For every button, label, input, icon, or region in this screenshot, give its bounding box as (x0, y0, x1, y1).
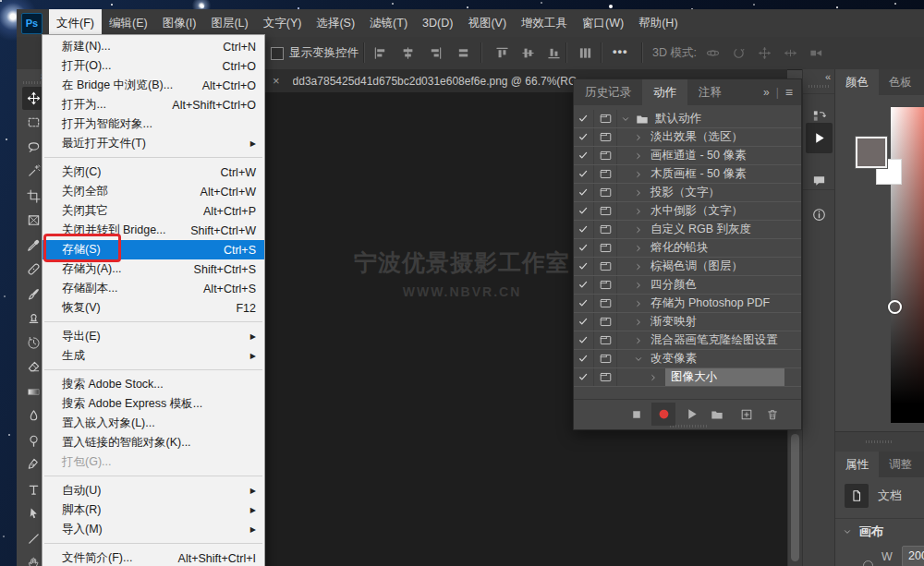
align-top-icon[interactable] (495, 46, 510, 61)
include-check-icon[interactable] (574, 165, 594, 183)
include-check-icon[interactable] (574, 350, 594, 367)
file-menu-item[interactable]: 打开(O)...Ctrl+O (43, 56, 264, 76)
action-row[interactable]: 水中倒影（文字） (574, 202, 801, 221)
new-action-button[interactable] (735, 403, 759, 426)
menubar-item[interactable]: 图层(L) (203, 9, 255, 37)
orbit-3d-icon[interactable] (706, 46, 721, 61)
include-check-icon[interactable] (574, 331, 594, 349)
roll-3d-icon[interactable] (732, 46, 747, 61)
action-row[interactable]: 存储为 Photoshop PDF (574, 295, 801, 313)
align-right-icon[interactable] (429, 46, 444, 61)
play-button[interactable] (679, 403, 703, 426)
file-menu-item[interactable]: 自动(U)▶ (43, 481, 264, 500)
dialog-toggle-icon[interactable] (594, 331, 617, 349)
file-menu-item[interactable]: 关闭(C)Ctrl+W (43, 163, 264, 182)
chevron-down-icon[interactable] (634, 355, 647, 364)
chevron-right-icon[interactable] (634, 318, 647, 327)
chevron-right-icon[interactable] (634, 225, 647, 235)
strip-grip[interactable] (808, 85, 830, 88)
dialog-toggle-icon[interactable] (594, 313, 617, 331)
file-menu-item[interactable]: 新建(N)...Ctrl+N (43, 37, 264, 56)
chevron-right-icon[interactable] (649, 373, 662, 382)
dialog-toggle-icon[interactable] (594, 276, 617, 294)
align-justify-icon[interactable] (456, 46, 471, 61)
dialog-toggle-icon[interactable] (594, 202, 617, 220)
dialog-toggle-icon[interactable] (594, 258, 617, 275)
action-row[interactable]: 混合器画笔克隆绘图设置 (574, 331, 801, 350)
panel-tab[interactable]: 色板 (879, 69, 922, 95)
dialog-toggle-icon[interactable] (594, 147, 617, 164)
action-row[interactable]: 默认动作 (574, 110, 801, 128)
record-button[interactable] (651, 403, 675, 426)
dialog-toggle-icon[interactable] (594, 184, 617, 201)
include-check-icon[interactable] (574, 128, 594, 146)
file-menu-item[interactable]: 打开为...Alt+Shift+Ctrl+O (43, 95, 264, 114)
menubar-item[interactable]: 图像(I) (155, 9, 204, 37)
stop-button[interactable] (625, 403, 649, 426)
panel-tab[interactable]: 调整 (879, 452, 922, 477)
action-row[interactable]: 棕褐色调（图层） (574, 258, 801, 276)
action-row[interactable]: 投影（文字） (574, 184, 801, 202)
include-check-icon[interactable] (574, 202, 594, 220)
action-row[interactable]: 熔化的铅块 (574, 239, 801, 258)
dock-divider[interactable] (835, 431, 924, 452)
action-row[interactable]: 画框通道 - 50 像素 (574, 147, 801, 165)
file-menu-item[interactable]: 导入(M)▶ (43, 520, 264, 539)
align-middle-v-icon[interactable] (521, 46, 536, 61)
file-menu-item[interactable]: 关闭其它Alt+Ctrl+P (43, 201, 264, 221)
pan-3d-icon[interactable] (758, 46, 772, 61)
file-menu-item[interactable]: 置入嵌入对象(L)... (43, 414, 264, 433)
action-row[interactable]: 四分颜色 (574, 276, 801, 295)
document-tab-title[interactable]: dd3a785425d41d675bc2d031e608ef6e.png @ 6… (293, 75, 578, 88)
panel-tab[interactable]: 历史记录 (574, 79, 642, 105)
menubar-item[interactable]: 文字(Y) (256, 9, 310, 37)
chevron-right-icon[interactable] (634, 336, 647, 345)
chevron-right-icon[interactable] (634, 151, 647, 161)
color-picker-ring[interactable] (888, 300, 902, 314)
dialog-toggle-icon[interactable] (594, 295, 617, 312)
file-menu-item[interactable]: 搜索 Adobe Express 模板... (43, 394, 264, 414)
menubar-item[interactable]: 视图(V) (460, 9, 514, 37)
include-check-icon[interactable] (574, 276, 594, 294)
file-menu-item[interactable]: 打开为智能对象... (43, 114, 264, 134)
color-picker-field[interactable] (891, 107, 924, 423)
chevron-right-icon[interactable] (634, 170, 647, 179)
include-check-icon[interactable] (574, 368, 594, 386)
file-menu-item[interactable]: 存储为(A)...Shift+Ctrl+S (43, 259, 264, 279)
foreground-color-swatch[interactable] (856, 137, 887, 168)
menubar-item[interactable]: 增效工具 (514, 9, 575, 37)
file-menu-item[interactable]: 打包(G)... (43, 452, 264, 472)
file-menu-item[interactable]: 置入链接的智能对象(K)... (43, 433, 264, 452)
include-check-icon[interactable] (574, 239, 594, 257)
include-check-icon[interactable] (574, 258, 594, 275)
dialog-toggle-icon[interactable] (594, 128, 617, 146)
chevron-down-icon[interactable] (843, 527, 854, 536)
file-menu-item[interactable]: 在 Bridge 中浏览(B)...Alt+Ctrl+O (43, 76, 264, 95)
panel-tab[interactable]: 属性 (835, 452, 879, 477)
chevron-right-icon[interactable] (634, 188, 647, 198)
align-left-icon[interactable] (373, 46, 388, 61)
action-row[interactable]: 淡出效果（选区） (574, 128, 801, 147)
actions-panel-icon[interactable] (806, 123, 833, 153)
menubar-item[interactable]: 选择(S) (309, 9, 362, 37)
dialog-toggle-icon[interactable] (594, 350, 617, 367)
align-bottom-icon[interactable] (547, 46, 562, 61)
chevron-right-icon[interactable] (634, 133, 647, 142)
panel-tab[interactable]: 注释 (687, 79, 733, 105)
panel-menu-icon[interactable]: ≡ (785, 85, 793, 100)
include-check-icon[interactable] (574, 221, 594, 238)
info-panel-icon[interactable] (806, 201, 833, 228)
file-menu-item[interactable]: 存储副本...Alt+Ctrl+S (43, 279, 264, 298)
file-menu-item[interactable]: 脚本(R)▶ (43, 500, 264, 520)
chevron-right-icon[interactable] (634, 299, 647, 308)
chevron-right-icon[interactable] (634, 262, 647, 271)
toolbar-grip[interactable] (23, 81, 43, 84)
expand-tabs-icon[interactable]: » (763, 86, 770, 99)
action-row[interactable]: 图像大小 (574, 368, 801, 387)
more-options-button[interactable]: ••• (613, 44, 628, 58)
file-menu-item[interactable]: 导出(E)▶ (43, 327, 264, 346)
dolly-3d-icon[interactable] (809, 46, 824, 61)
dialog-toggle-icon[interactable] (594, 165, 617, 183)
file-menu-item[interactable]: 最近打开文件(T)▶ (43, 134, 264, 153)
file-menu-item[interactable]: 关闭全部Alt+Ctrl+W (43, 182, 264, 201)
